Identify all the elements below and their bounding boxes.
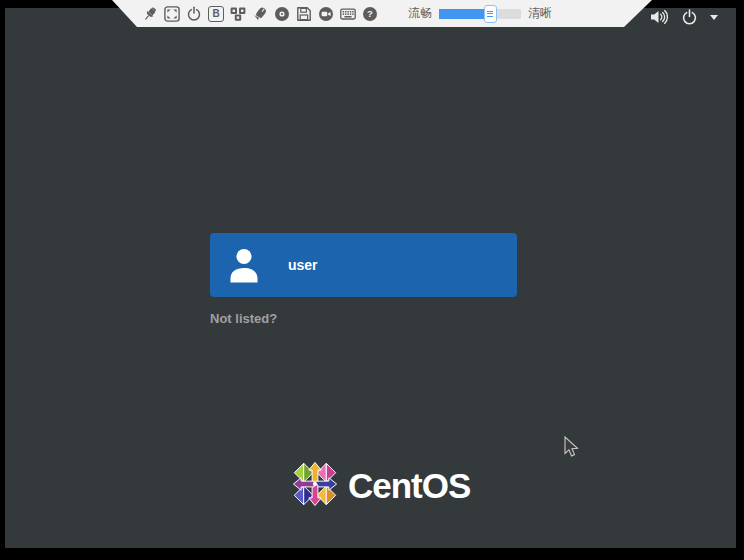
keyboard-icon[interactable] [340, 6, 356, 22]
help-glyph: ? [367, 8, 373, 19]
help-icon[interactable]: ? [362, 6, 378, 22]
user-avatar-icon [226, 246, 262, 284]
power-icon[interactable] [681, 9, 698, 26]
user-tile[interactable]: user [210, 233, 517, 297]
power-icon[interactable] [186, 6, 202, 22]
floppy-icon[interactable] [296, 6, 312, 22]
centos-logo-icon [292, 461, 338, 511]
quality-smooth-label: 流畅 [408, 5, 432, 22]
volume-icon[interactable] [650, 9, 669, 25]
b-key-label: B [212, 9, 219, 19]
viewer-toolbar: B [112, 0, 652, 27]
quality-slider-handle[interactable] [484, 5, 497, 23]
quality-slider-group: 流畅 清晰 [408, 5, 552, 22]
disc-icon[interactable] [274, 6, 290, 22]
gdm-status-area [650, 7, 730, 27]
b-key-icon[interactable]: B [208, 6, 224, 22]
viewer-window: { "viewer_toolbar": { "icons": [ {"name"… [0, 0, 744, 560]
not-listed-link[interactable]: Not listed? [210, 311, 277, 326]
quality-sharp-label: 清晰 [528, 5, 552, 22]
mouse-pointer-icon[interactable] [252, 6, 268, 22]
caret-down-icon[interactable] [710, 15, 718, 20]
centos-logo-text: CentOS [348, 463, 470, 509]
fullscreen-icon[interactable] [164, 6, 180, 22]
record-icon[interactable] [318, 6, 334, 22]
quality-slider[interactable] [439, 9, 521, 19]
username-label: user [288, 257, 318, 273]
pin-icon[interactable] [142, 6, 158, 22]
mouse-cursor [564, 436, 580, 463]
quality-slider-fill [439, 9, 490, 19]
ctrl-alt-del-icon[interactable] [230, 6, 246, 22]
centos-brand: CentOS [292, 461, 470, 511]
